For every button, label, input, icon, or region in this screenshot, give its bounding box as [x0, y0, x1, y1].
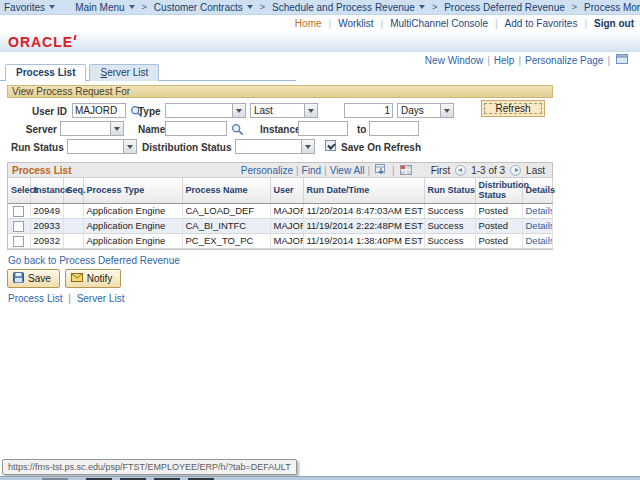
days-select[interactable]: Days [397, 103, 454, 118]
cell-select [8, 233, 30, 248]
cell-run-status: Success [424, 203, 475, 218]
tab-process-list[interactable]: Process List [5, 64, 86, 81]
col-header-run-datetime[interactable]: Run Date/Time [303, 178, 424, 203]
last-select[interactable]: Last [250, 103, 318, 118]
next-page-icon[interactable] [510, 165, 521, 176]
row-select-checkbox[interactable] [13, 236, 24, 247]
notify-button[interactable]: Notify [65, 269, 122, 288]
chevron-down-icon [49, 5, 55, 9]
breadcrumb-customer-contracts[interactable]: Customer Contracts [154, 2, 253, 13]
save-on-refresh-checkbox[interactable] [325, 140, 336, 151]
worklist-link[interactable]: Worklist [338, 18, 373, 29]
instance-label: Instance [260, 124, 301, 135]
cell-run-datetime: 11/20/2014 8:47:03AM EST [303, 203, 424, 218]
server-select[interactable] [60, 121, 124, 136]
new-window-link[interactable]: New Window [425, 55, 483, 66]
col-header-run-status[interactable]: Run Status [424, 178, 475, 203]
breadcrumb-favorites[interactable]: Favorites [4, 2, 55, 13]
details-link[interactable]: Details [526, 220, 553, 231]
row-select-checkbox[interactable] [13, 206, 24, 217]
details-link[interactable]: Details [526, 205, 553, 216]
col-header-distribution-status[interactable]: Distribution Status [475, 178, 522, 203]
cell-run-datetime: 11/19/2014 1:38:40PM EST [303, 233, 424, 248]
col-header-seq[interactable]: Seq. [63, 178, 83, 203]
divider: | [368, 165, 371, 176]
name-label: Name [138, 124, 165, 135]
cell-select [8, 203, 30, 218]
filter-groupbox-title: View Process Request For [7, 85, 553, 98]
instance-to-input[interactable] [369, 121, 419, 136]
name-lookup-icon[interactable] [231, 122, 244, 135]
breadcrumb-process-deferred-revenue[interactable]: Process Deferred Revenue [444, 2, 565, 13]
cell-instance: 20932 [30, 233, 63, 248]
cell-details: Details [522, 218, 552, 233]
pager-last-label: Last [526, 165, 545, 176]
tab-server-list[interactable]: Server List [89, 64, 159, 81]
save-button[interactable]: Save [7, 269, 60, 288]
breadcrumb-chevron: > [260, 2, 265, 12]
process-list-table: Select Instance Seq. Process Type Proces… [8, 178, 553, 249]
user-id-input[interactable] [72, 103, 126, 118]
details-link[interactable]: Details [526, 235, 553, 246]
crumb-label: Process Deferred Revenue [444, 2, 565, 13]
divider: | [584, 18, 587, 29]
download-icon[interactable] [375, 164, 387, 177]
type-label: Type [138, 106, 161, 117]
divider: | [329, 18, 332, 29]
find-link[interactable]: Find [302, 165, 321, 176]
last-count-input[interactable] [344, 103, 393, 118]
view-all-link[interactable]: View All [330, 165, 365, 176]
cell-details: Details [522, 233, 552, 248]
page-actions: New Window | Help | Personalize Page | [425, 54, 630, 66]
table-row: 20949 Application Engine CA_LOAD_DEF MAJ… [8, 203, 552, 218]
home-link[interactable]: Home [295, 18, 322, 29]
cell-details: Details [522, 203, 552, 218]
add-to-favorites-link[interactable]: Add to Favorites [505, 18, 578, 29]
bottom-links: Process List | Server List [8, 293, 124, 304]
run-status-select[interactable] [67, 139, 137, 154]
col-header-process-type[interactable]: Process Type [83, 178, 182, 203]
cell-seq [63, 218, 83, 233]
breadcrumb-chevron: > [142, 2, 147, 12]
personalize-page-link[interactable]: Personalize Page [525, 55, 603, 66]
personalize-link[interactable]: Personalize [241, 165, 293, 176]
help-link[interactable]: Help [494, 55, 515, 66]
cell-user: MAJORD [270, 218, 303, 233]
go-back-link[interactable]: Go back to Process Deferred Revenue [8, 255, 180, 266]
dropdown-arrow-icon [232, 104, 245, 117]
breadcrumb-process-monitor[interactable]: Process Monitor [584, 2, 640, 13]
refresh-button[interactable]: Refresh [481, 100, 545, 117]
cell-process-type: Application Engine [83, 233, 182, 248]
breadcrumb-main-menu[interactable]: Main Menu [75, 2, 134, 13]
col-header-instance[interactable]: Instance [30, 178, 63, 203]
taskbar-edge [0, 476, 640, 480]
row-select-checkbox[interactable] [13, 221, 24, 232]
type-select[interactable] [165, 103, 246, 118]
process-list-footer-link[interactable]: Process List [8, 293, 62, 304]
cell-user: MAJORD [270, 203, 303, 218]
divider: | [518, 55, 521, 66]
tab-label: erver List [107, 67, 148, 78]
breadcrumb-schedule-process-revenue[interactable]: Schedule and Process Revenue [272, 2, 425, 13]
divider: | [68, 293, 71, 304]
tab-bar: Process List Server List [0, 62, 296, 81]
col-header-process-name[interactable]: Process Name [182, 178, 270, 203]
main-menu-label: Main Menu [75, 2, 124, 13]
server-list-footer-link[interactable]: Server List [77, 293, 125, 304]
multichannel-console-link[interactable]: MultiChannel Console [390, 18, 488, 29]
save-icon [13, 272, 24, 285]
table-header-row: Select Instance Seq. Process Type Proces… [8, 178, 552, 203]
previous-page-icon[interactable] [455, 165, 466, 176]
instance-input[interactable] [298, 121, 348, 136]
user-id-label: User ID [7, 106, 67, 117]
col-header-user[interactable]: User [270, 178, 303, 203]
distribution-status-select[interactable] [235, 139, 315, 154]
notify-button-label: Notify [87, 273, 113, 284]
spreadsheet-icon[interactable] [400, 164, 412, 177]
cell-instance: 20949 [30, 203, 63, 218]
dropdown-arrow-icon [123, 140, 136, 153]
chevron-down-icon [247, 5, 253, 9]
sign-out-link[interactable]: Sign out [594, 18, 634, 29]
name-input[interactable] [165, 121, 227, 136]
copy-url-icon[interactable] [616, 54, 628, 66]
